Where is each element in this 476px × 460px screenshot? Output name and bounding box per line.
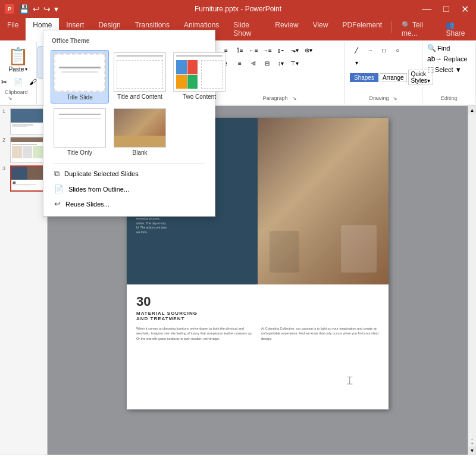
redo-icon[interactable]: ↪ <box>43 4 51 14</box>
shape-line[interactable]: ╱ <box>350 44 363 56</box>
layout-grid: Title Slide Title and Content <box>48 48 210 161</box>
undo-icon[interactable]: ↩ <box>33 4 40 14</box>
window-controls: — □ ✕ <box>419 4 471 15</box>
slide-thumb-2[interactable]: 2 <box>2 137 45 163</box>
save-icon[interactable]: 💾 <box>19 4 29 14</box>
convert-smartart-button[interactable]: ⊛▾ <box>302 44 315 56</box>
paragraph-label: Paragraph ↘ <box>262 94 296 101</box>
line-spacing-button[interactable]: ↕▾ <box>274 57 287 69</box>
duplicate-icon: ⧉ <box>54 169 60 179</box>
paragraph-group: ≡ 1≡ ←≡ →≡ ⫿▾ ⬎▾ ⊛▾ ⫶ ≡ ⫷ ⊟ ↕▾ ⊤▾ Paragr <box>215 42 345 104</box>
copy-button[interactable]: 📄 <box>12 76 25 88</box>
clipboard-group: 📋 Paste▾ ✂ 📄 🖌 Clipboard ↘ <box>0 42 37 104</box>
customize-icon[interactable]: ▾ <box>54 4 58 14</box>
slide-number-display: 30 <box>136 294 379 309</box>
dropdown-divider <box>53 163 205 164</box>
layout-label-blank: Blank <box>132 149 147 156</box>
scroll-up-button[interactable]: ▲ <box>468 106 476 114</box>
slide-thumb-3[interactable]: 3 30 <box>2 165 45 192</box>
text-direction-button[interactable]: ⬎▾ <box>288 44 301 56</box>
slide-1-thumbnail[interactable] <box>10 108 45 134</box>
zoom-down-button[interactable]: - <box>471 437 472 442</box>
clipboard-items: 📋 Paste▾ ✂ 📄 🖌 <box>0 44 39 88</box>
tab-tell-me[interactable]: 🔍 Tell me... <box>394 18 439 40</box>
drawing-label: Drawing ↘ <box>369 94 397 101</box>
slide-2-thumbnail[interactable] <box>10 137 45 163</box>
title-bar: P 💾 ↩ ↪ ▾ Furniture.pptx - PowerPoint — … <box>0 0 476 18</box>
layout-thumb-title-only <box>54 108 106 148</box>
shape-rect[interactable]: □ <box>377 44 390 56</box>
maximize-button[interactable]: □ <box>441 4 452 15</box>
layout-thumb-title-slide <box>54 53 106 92</box>
layout-blank[interactable]: Blank <box>111 106 168 158</box>
reuse-icon: ↩ <box>54 199 61 208</box>
quick-access-toolbar: 💾 ↩ ↪ ▾ <box>19 4 58 14</box>
slide-panel: 1 2 <box>0 106 48 455</box>
replace-button[interactable]: ab→ Replace <box>427 55 471 63</box>
scroll-down-button[interactable]: ▼ <box>468 446 476 455</box>
numbering-button[interactable]: 1≡ <box>233 44 246 56</box>
editing-group: 🔍 Find ab→ Replace ⬚ Select ▼ Editing <box>422 42 476 104</box>
tab-file[interactable]: File <box>0 18 26 40</box>
layout-two-content[interactable]: Two Content <box>171 50 228 104</box>
shape-oval[interactable]: ○ <box>391 44 404 56</box>
window-title: Furniture.pptx - PowerPoint <box>195 5 281 13</box>
editing-label: Editing <box>441 94 458 101</box>
align-right-button[interactable]: ⫷ <box>247 57 260 69</box>
app-icon: P <box>5 4 14 14</box>
layout-thumb-two-content <box>173 52 226 92</box>
vertical-align-button[interactable]: ⊤▾ <box>288 57 301 69</box>
layout-title-content[interactable]: Title and Content <box>111 50 168 104</box>
layout-label-title-slide: Title Slide <box>67 94 93 101</box>
layout-label-two-content: Two Content <box>183 93 216 100</box>
duplicate-slides-item[interactable]: ⧉ Duplicate Selected Slides <box>48 166 210 182</box>
tab-view[interactable]: View <box>306 18 336 40</box>
select-button[interactable]: ⬚ Select ▼ <box>427 65 471 74</box>
layout-title-only[interactable]: Title Only <box>51 106 109 158</box>
tab-review[interactable]: Review <box>268 18 305 40</box>
clipboard-label: Clipboard ↘ <box>5 88 32 101</box>
justify-button[interactable]: ⊟ <box>261 57 274 69</box>
align-center-button[interactable]: ≡ <box>233 57 246 69</box>
cursor-indicator: ⌶ <box>347 375 353 386</box>
notes-bar: Click to add notes <box>0 455 476 460</box>
drawing-group: ╱ → □ ○ ▾ Shapes Arrange QuickStyles▾ Dr… <box>345 42 422 104</box>
tab-pdfelement[interactable]: PDFelement <box>335 18 389 40</box>
slide-para1: When it comes to choosing furniture, we'… <box>136 326 254 341</box>
tab-share[interactable]: 👥 Share <box>439 18 476 40</box>
layout-label-title-only: Title Only <box>67 149 92 156</box>
increase-indent-button[interactable]: →≡ <box>261 44 274 56</box>
main-scrollbar: ▲ - + ▼ <box>468 106 476 455</box>
slide-thumb-1[interactable]: 1 <box>2 108 45 134</box>
slides-from-outline-item[interactable]: 📄 Slides from Outline... <box>48 182 210 196</box>
slide-bottom-section: 30 MATERIAL SOURCING AND TREATMENT When … <box>127 284 389 351</box>
tab-slideshow[interactable]: Slide Show <box>226 18 268 40</box>
layout-label-title-content: Title and Content <box>117 93 162 100</box>
decrease-indent-button[interactable]: ←≡ <box>247 44 260 56</box>
close-button[interactable]: ✕ <box>459 4 471 15</box>
zoom-up-button[interactable]: + <box>471 442 473 446</box>
title-bar-left: P 💾 ↩ ↪ ▾ <box>5 4 58 14</box>
reuse-slides-item[interactable]: ↩ Reuse Slides... <box>48 196 210 211</box>
shape-arrow[interactable]: → <box>364 44 377 56</box>
cut-button[interactable]: ✂ <box>0 76 11 88</box>
dropdown-section-title: Office Theme <box>48 35 210 48</box>
slide-subtitle: MATERIAL SOURCING <box>136 311 379 316</box>
layout-thumb-title-content <box>114 52 166 92</box>
minimize-button[interactable]: — <box>419 4 434 15</box>
shapes-button[interactable]: Shapes <box>350 73 378 82</box>
paste-button[interactable]: 📋 Paste▾ <box>4 44 32 75</box>
slide-3-thumbnail[interactable]: 30 <box>10 165 45 192</box>
slide-subtitle2: AND TREATMENT <box>136 316 379 321</box>
slide-right-image <box>258 118 389 284</box>
arrange-button[interactable]: Arrange <box>380 73 407 82</box>
outline-icon: 📄 <box>54 184 64 193</box>
slide-para2: At Columbia Collective, our passion is t… <box>261 326 379 341</box>
slide-layout-dropdown: Office Theme Title Slide Title and Conte… <box>43 30 215 217</box>
columns-button[interactable]: ⫿▾ <box>274 44 287 56</box>
find-button[interactable]: 🔍 Find <box>427 44 471 52</box>
layout-title-slide[interactable]: Title Slide <box>51 50 109 104</box>
shape-more[interactable]: ▾ <box>350 57 363 68</box>
layout-thumb-blank <box>114 108 166 148</box>
